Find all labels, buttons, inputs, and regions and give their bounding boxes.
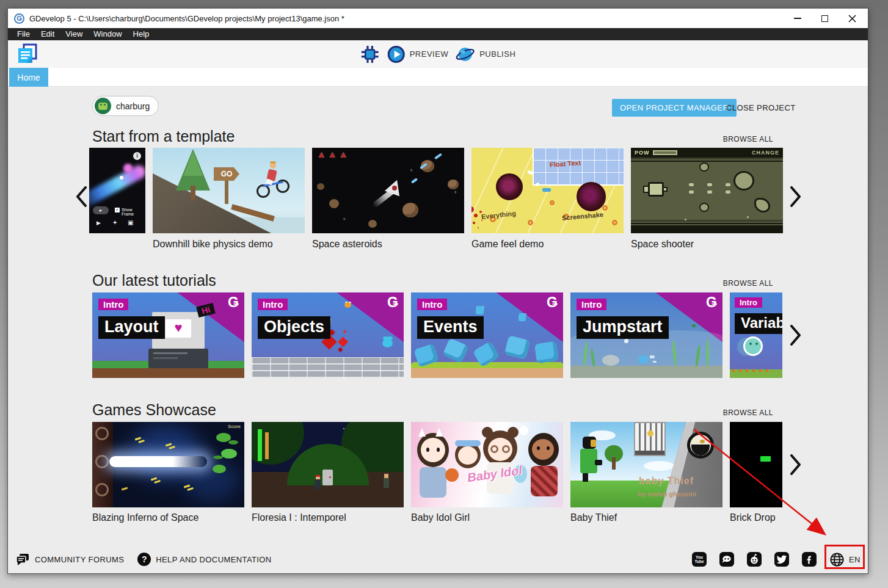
showcase-section-title: Games Showcase xyxy=(92,401,216,419)
spikes: ▲▲▲▲▲▲ xyxy=(731,366,771,373)
template-caption: Space asteroids xyxy=(312,239,382,250)
twitter-icon[interactable] xyxy=(774,552,789,567)
youtube-icon[interactable]: YouTube xyxy=(692,552,707,567)
project-manager-icon[interactable] xyxy=(16,43,38,64)
tutorials-next-button[interactable] xyxy=(790,325,802,346)
showcase-card-baby-thief[interactable]: baby Thief by mahdi ghasemi xyxy=(570,422,722,507)
tiny-ship xyxy=(542,188,551,192)
template-card-game-feel[interactable]: Float Text Everything Screenshake xyxy=(471,148,624,233)
mini-play-control: ▸ xyxy=(93,206,109,214)
youtube-mini-icon: ▶ xyxy=(96,220,101,226)
showcase-card-blazing-inferno[interactable]: Score xyxy=(92,422,244,507)
close-project-button[interactable]: CLOSE PROJECT xyxy=(726,99,796,117)
svg-text:Tube: Tube xyxy=(694,559,704,564)
showcase-carousel: Score xyxy=(92,422,782,507)
help-documentation-link[interactable]: ? HELP AND DOCUMENTATION xyxy=(137,553,271,566)
tutorial-card-objects[interactable]: Ǥ Intro Objects xyxy=(252,292,404,378)
gdevelop-logo-icon: Ǥ xyxy=(387,294,398,311)
tutorial-name: Events xyxy=(417,316,484,339)
menu-view[interactable]: View xyxy=(60,28,88,40)
reddit-icon[interactable] xyxy=(747,552,762,567)
tutorial-name: Variab xyxy=(735,313,782,334)
publish-button[interactable]: PUBLISH xyxy=(456,45,515,64)
blue-creature xyxy=(382,339,393,347)
community-forums-link[interactable]: COMMUNITY FORUMS xyxy=(15,552,124,567)
grid-panel xyxy=(533,148,624,186)
template-card-downhill-bike[interactable]: GO xyxy=(153,148,305,233)
showcase-card-brick-drop[interactable] xyxy=(730,422,782,507)
birdcage xyxy=(634,422,666,456)
open-project-manager-button[interactable]: OPEN PROJECT MANAGER xyxy=(612,99,737,117)
tutorials-browse-all[interactable]: BROWSE ALL xyxy=(723,279,773,288)
publish-label: PUBLISH xyxy=(479,49,515,59)
showcase-next-button[interactable] xyxy=(790,454,802,475)
tutorial-card-layout[interactable]: Ǥ ♥ Hi Intro Layout xyxy=(92,292,244,378)
menu-bar: File Edit View Window Help xyxy=(8,28,868,40)
score-label: Score xyxy=(228,424,241,429)
tab-home[interactable]: Home xyxy=(9,68,48,87)
itch-mini-icon: ▣ xyxy=(128,219,133,226)
menu-edit[interactable]: Edit xyxy=(35,28,60,40)
showcase-card-baby-idol[interactable]: Baby Idol xyxy=(411,422,563,507)
showcase-card-floresia[interactable] xyxy=(252,422,404,507)
toolbar-center: PREVIEW PUBLISH xyxy=(360,40,516,68)
user-profile-chip[interactable]: charburg xyxy=(92,96,159,116)
templates-browse-all[interactable]: BROWSE ALL xyxy=(723,135,773,143)
app-window: Ǥ GDevelop 5 - C:\Users\charburg\Documen… xyxy=(7,8,868,574)
tutorial-name: Jumpstart xyxy=(577,316,669,339)
go-sign: GO xyxy=(214,167,239,181)
green-brick xyxy=(760,456,771,462)
templates-prev-button[interactable] xyxy=(75,186,87,207)
byline-text: by mahdi ghasemi xyxy=(638,490,696,498)
maximize-button[interactable] xyxy=(811,9,839,28)
help-documentation-label: HELP AND DOCUMENTATION xyxy=(156,555,271,564)
discord-icon[interactable] xyxy=(719,552,734,567)
template-card-space-shooter[interactable]: POW CHANGE xyxy=(631,148,783,233)
tutorial-badge: Intro xyxy=(258,299,288,310)
window-controls xyxy=(784,9,866,28)
tutorial-card-jumpstart[interactable]: Ǥ Intro Jumpstart xyxy=(570,292,722,378)
minimize-icon xyxy=(794,18,801,19)
close-button[interactable] xyxy=(839,9,866,28)
energy-bar xyxy=(265,432,269,459)
facebook-icon[interactable] xyxy=(802,552,817,567)
gdevelop-logo-icon: Ǥ xyxy=(706,294,717,311)
change-label: CHANGE xyxy=(752,150,779,156)
tutorial-name: Objects xyxy=(258,316,330,339)
template-card-space-asteroids[interactable]: ▲▲▲ + + + xyxy=(312,148,464,233)
game-title-text: baby Thief xyxy=(639,476,694,487)
minimize-button[interactable] xyxy=(784,9,811,28)
pixel-character xyxy=(384,478,389,488)
showcase-caption: Baby Thief xyxy=(570,512,617,523)
preview-button[interactable]: PREVIEW xyxy=(387,45,448,64)
tutorial-card-events[interactable]: Ǥ Intro Events xyxy=(411,292,563,378)
footer-links: COMMUNITY FORUMS ? HELP AND DOCUMENTATIO… xyxy=(15,551,272,568)
info-icon: i xyxy=(133,152,141,160)
menu-help[interactable]: Help xyxy=(128,28,155,40)
gdevelop-logo-icon: Ǥ xyxy=(14,13,24,24)
planet-icon xyxy=(456,45,475,64)
tutorials-section-title: Our latest tutorials xyxy=(92,272,216,289)
gdevelop-logo-icon: Ǥ xyxy=(228,294,239,311)
community-forums-label: COMMUNITY FORUMS xyxy=(35,555,124,564)
window-title: GDevelop 5 - C:\Users\charburg\Documents… xyxy=(29,14,344,23)
tutorials-carousel: Ǥ ♥ Hi Intro Layout Ǥ xyxy=(92,292,782,378)
twitter-mini-icon: ✦ xyxy=(112,219,117,226)
debugger-icon[interactable] xyxy=(360,45,380,64)
fish xyxy=(639,355,649,363)
avatar xyxy=(95,98,111,114)
tutorial-card-variables[interactable]: ▲▲▲▲▲▲ +1 Intro Variab xyxy=(730,292,782,378)
templates-next-button[interactable] xyxy=(790,186,802,207)
template-caption: Downhill bike physics demo xyxy=(153,239,273,250)
menu-file[interactable]: File xyxy=(12,28,35,40)
show-frame-label: Show Frame xyxy=(122,208,145,216)
menu-window[interactable]: Window xyxy=(88,28,127,40)
templates-section-title: Start from a template xyxy=(92,128,235,145)
showcase-browse-all[interactable]: BROWSE ALL xyxy=(723,408,773,417)
toolbar: PREVIEW PUBLISH xyxy=(8,40,868,68)
maximize-icon xyxy=(821,15,828,22)
laser-beam xyxy=(109,456,207,467)
svg-text:You: You xyxy=(696,555,703,559)
template-card-particle-demo[interactable]: i ▸ ✓ Show Frame ▶ ✦ ▣ xyxy=(89,148,145,233)
play-icon xyxy=(387,45,406,64)
